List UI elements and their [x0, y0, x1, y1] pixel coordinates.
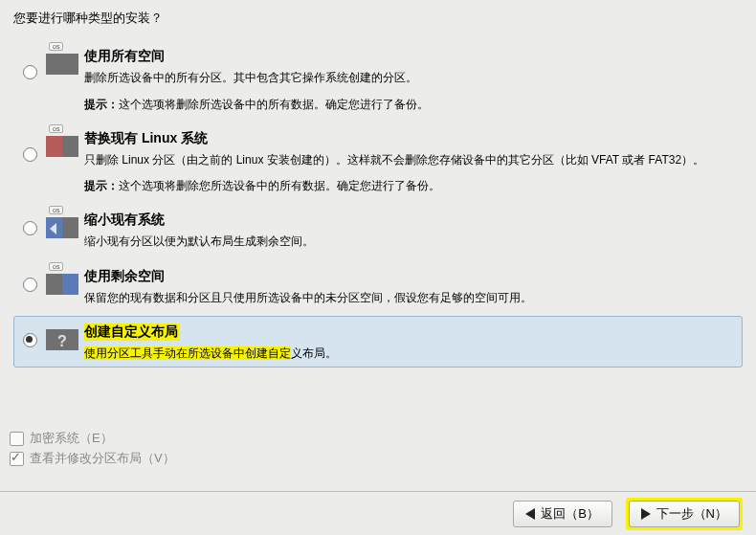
- encrypt-label: 加密系统（E）: [30, 430, 113, 447]
- radio-shrink[interactable]: [23, 221, 37, 235]
- encrypt-checkbox[interactable]: [10, 432, 24, 446]
- disk-shrink-icon: os: [46, 212, 78, 238]
- disk-icon: os: [46, 48, 78, 75]
- disk-free-icon: os: [46, 268, 78, 295]
- disk-replace-icon: os: [46, 130, 78, 157]
- option-desc: 使用分区工具手动在所选设备中创建自定义布局。: [84, 345, 737, 363]
- radio-use-all-space[interactable]: [23, 65, 37, 79]
- option-title: 使用所有空间: [84, 48, 737, 65]
- install-type-options: os 使用所有空间 删除所选设备中的所有分区。其中包含其它操作系统创建的分区。 …: [13, 40, 743, 368]
- option-shrink[interactable]: os 缩小现有系统 缩小现有分区以便为默认布局生成剩余空间。: [13, 204, 743, 255]
- option-replace-linux[interactable]: os 替换现有 Linux 系统 只删除 Linux 分区（由之前的 Linux…: [13, 123, 743, 199]
- radio-custom-layout[interactable]: [23, 333, 37, 347]
- option-use-all-space[interactable]: os 使用所有空间 删除所选设备中的所有分区。其中包含其它操作系统创建的分区。 …: [13, 40, 743, 117]
- review-checkbox[interactable]: [10, 452, 24, 466]
- option-free-space[interactable]: os 使用剩余空间 保留您的现有数据和分区且只使用所选设备中的未分区空间，假设您…: [13, 260, 743, 311]
- option-title: 创建自定义布局: [84, 323, 737, 341]
- radio-free-space[interactable]: [23, 278, 37, 292]
- arrow-left-icon: [525, 508, 535, 520]
- radio-replace-linux[interactable]: [23, 147, 37, 162]
- encrypt-system-row[interactable]: 加密系统（E）: [10, 430, 175, 447]
- option-desc: 删除所选设备中的所有分区。其中包含其它操作系统创建的分区。: [84, 69, 737, 87]
- arrow-right-icon: [641, 508, 651, 520]
- option-title: 替换现有 Linux 系统: [84, 130, 737, 147]
- option-desc: 缩小现有分区以便为默认布局生成剩余空间。: [84, 233, 737, 251]
- option-tip: 提示：这个选项将删除您所选设备中的所有数据。确定您进行了备份。: [84, 178, 737, 194]
- option-title: 使用剩余空间: [84, 268, 737, 285]
- back-button[interactable]: 返回（B）: [513, 501, 612, 527]
- install-type-question: 您要进行哪种类型的安装？: [13, 10, 743, 27]
- review-layout-row[interactable]: 查看并修改分区布局（V）: [10, 450, 175, 467]
- option-title: 缩小现有系统: [84, 212, 737, 229]
- next-button[interactable]: 下一步（N）: [629, 501, 740, 527]
- install-options-extra: 加密系统（E） 查看并修改分区布局（V）: [10, 427, 175, 470]
- footer: 返回（B） 下一步（N）: [0, 491, 756, 535]
- review-label: 查看并修改分区布局（V）: [30, 450, 175, 467]
- option-tip: 提示：这个选项将删除所选设备中的所有数据。确定您进行了备份。: [84, 97, 737, 113]
- option-desc: 保留您的现有数据和分区且只使用所选设备中的未分区空间，假设您有足够的空间可用。: [84, 289, 737, 307]
- option-desc: 只删除 Linux 分区（由之前的 Linux 安装创建的）。这样就不会删除您存…: [84, 151, 737, 169]
- disk-custom-icon: ?: [46, 323, 78, 350]
- option-custom-layout[interactable]: ? 创建自定义布局 使用分区工具手动在所选设备中创建自定义布局。: [13, 316, 743, 368]
